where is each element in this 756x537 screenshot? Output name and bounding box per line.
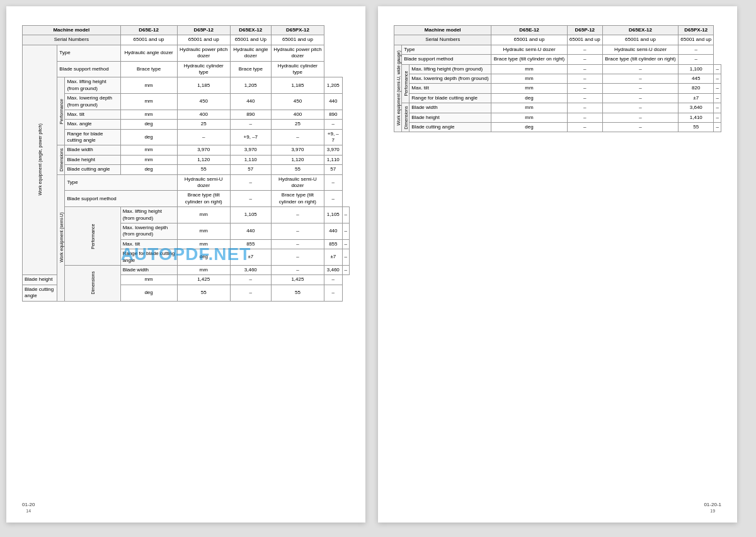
- perf-row3-v3: –: [324, 120, 342, 129]
- perfr-row1-v2: 445: [679, 74, 714, 83]
- dimr-row1-v1: –: [602, 113, 678, 122]
- dim-row2-v2: 55: [271, 165, 324, 174]
- perfr-row1-v0: –: [567, 74, 602, 83]
- type2-label: Type: [65, 174, 177, 191]
- dim2-row0-v0: 3,460: [230, 265, 271, 274]
- perfr-row2-unit: mm: [491, 84, 567, 93]
- perf-row3-unit: deg: [120, 120, 177, 129]
- type-label: Type: [57, 45, 120, 61]
- perfr-row0-v2: 1,100: [679, 64, 714, 74]
- perfr-row2-label: Max. tilt: [410, 84, 491, 93]
- serial-r-d65p12: 65001 and up: [567, 35, 602, 45]
- perf2-row3-label: Range for blade cutting angle: [120, 249, 177, 266]
- perf2-row0-v2: 1,105: [324, 207, 342, 223]
- dimr-row0-v0: –: [567, 103, 602, 113]
- serial-numbers-header-r: Serial Numbers: [394, 35, 491, 45]
- dim-row2-v3: 57: [324, 165, 342, 174]
- performance2-label: Performance: [65, 207, 120, 266]
- dim2-row2-v1: –: [230, 285, 271, 301]
- dim-row1-v2: 1,120: [271, 155, 324, 164]
- pages-wrapper: AUTOPDF.NET Machine model D65E-12 D65P-1…: [6, 6, 750, 523]
- perf2-row0-v0: 1,105: [230, 207, 271, 223]
- type-val-0: Hydraulic angle dozer: [120, 45, 177, 61]
- dim2-row1-v0: 1,425: [177, 275, 230, 285]
- perfr-row3-v2: ±7: [679, 93, 714, 103]
- perf-row0-v0: 1,185: [177, 77, 230, 94]
- perf-row0-v2: 1,185: [271, 77, 324, 94]
- perf2-row2-label: Max. tilt: [120, 239, 177, 249]
- col-r-d65px12: D65PX-12: [679, 26, 714, 35]
- section2-label: Work equipment (semi-U): [57, 174, 65, 301]
- dim-row1-label: Blade height: [65, 155, 120, 164]
- perf2-row3-unit: deg: [177, 249, 230, 266]
- perf-row1-v3: 440: [324, 94, 342, 110]
- perf2-row2-v1: –: [271, 239, 324, 249]
- dim-row1-v1: 1,110: [230, 155, 271, 164]
- dimr-row0-v2: 3,640: [679, 103, 714, 113]
- dimr-row1-v3: –: [714, 113, 721, 122]
- dim2-row2-unit: deg: [120, 285, 177, 301]
- dim2-row1-v2: 1,425: [271, 275, 324, 285]
- perf-row0-unit: mm: [120, 77, 177, 94]
- perf-row2-label: Max. tilt: [65, 110, 120, 119]
- dim2-row1-v1: –: [230, 275, 271, 285]
- dim2-row0-unit: mm: [177, 265, 230, 274]
- bs-val-2: Brace type: [230, 61, 271, 77]
- serial-r-d65e12: 65001 and up: [491, 35, 567, 45]
- perf2-row2-v0: 855: [230, 239, 271, 249]
- dim-row0-unit: mm: [120, 145, 177, 155]
- type-r-val-2: Hydraulic semi-U dozer: [602, 45, 678, 54]
- perf-row4-v2: –: [271, 129, 324, 145]
- dim-row1-v0: 1,120: [177, 155, 230, 164]
- type2-val-0: Hydraulic semi-U dozer: [177, 174, 230, 191]
- type-val-1: Hydraulic power pitch dozer: [177, 45, 230, 61]
- perf-row3-v1: –: [230, 120, 271, 129]
- dim-row1-unit: mm: [120, 155, 177, 164]
- machine-model-header-r: Machine model: [394, 26, 491, 35]
- perfr-row1-unit: mm: [491, 74, 567, 83]
- perf-row0-label: Max. lifting height (from ground): [65, 77, 120, 94]
- type-val-2: Hydraulic angle dozer: [230, 45, 271, 61]
- perfr-row3-v1: –: [602, 93, 678, 103]
- perf2-row3-v3: –: [342, 249, 350, 266]
- performance-label: Performance: [57, 77, 65, 145]
- perf2-row1-v1: –: [271, 223, 324, 239]
- type-r-val-0: Hydraulic semi-U dozer: [491, 45, 567, 54]
- type-val-3: Hydraulic power pitch dozer: [271, 45, 324, 61]
- perfr-row2-v3: –: [714, 84, 721, 93]
- dim-row0-label: Blade width: [65, 145, 120, 155]
- perf2-row0-v1: –: [271, 207, 324, 223]
- main-table-right: Machine model D65E-12 D65P-12 D65EX-12 D…: [394, 25, 721, 132]
- dim-row2-v1: 57: [230, 165, 271, 174]
- perf2-row0-label: Max. lifting height (from ground): [120, 207, 177, 223]
- perfr-row0-v0: –: [567, 64, 602, 74]
- bs-r-val-1: –: [567, 55, 602, 64]
- col-d65ex12: D65EX-12: [230, 26, 271, 35]
- type2-val-1: –: [230, 174, 271, 191]
- perf2-row2-v2: 855: [324, 239, 342, 249]
- perfr-row2-v1: –: [602, 84, 678, 93]
- section1r-label: Work equipment (semi-U, wide gauge): [394, 45, 402, 132]
- dim-row2-label: Blade cutting angle: [65, 165, 120, 174]
- dim-row0-v1: 3,970: [230, 145, 271, 155]
- dim-row2-unit: deg: [120, 165, 177, 174]
- perf-row1-v2: 450: [271, 94, 324, 110]
- dim2-row0-v2: 3,460: [324, 265, 342, 274]
- bs-r-val-3: –: [679, 55, 714, 64]
- page-right: Machine model D65E-12 D65P-12 D65EX-12 D…: [378, 6, 737, 523]
- perf-row2-v1: 890: [230, 110, 271, 119]
- perfr-row0-label: Max. lifting height (from ground): [410, 64, 491, 74]
- perf2-row1-v3: –: [342, 223, 350, 239]
- page-number-left: 01-20 14: [22, 502, 35, 513]
- perf-row1-v0: 450: [177, 94, 230, 110]
- perf2-row1-unit: mm: [177, 223, 230, 239]
- type2-val-2: Hydraulic semi-U dozer: [271, 174, 324, 191]
- dimr-row2-v1: –: [602, 122, 678, 132]
- col-d65px12: D65PX-12: [271, 26, 324, 35]
- serial-r-d65ex12: 65001 and up: [602, 35, 678, 45]
- perf2-row3-v1: –: [271, 249, 324, 266]
- perfr-row0-v3: –: [714, 64, 721, 74]
- perf-row3-label: Max. angle: [65, 120, 120, 129]
- perf-row2-v3: 890: [324, 110, 342, 119]
- perf2-row3-v0: ±7: [230, 249, 271, 266]
